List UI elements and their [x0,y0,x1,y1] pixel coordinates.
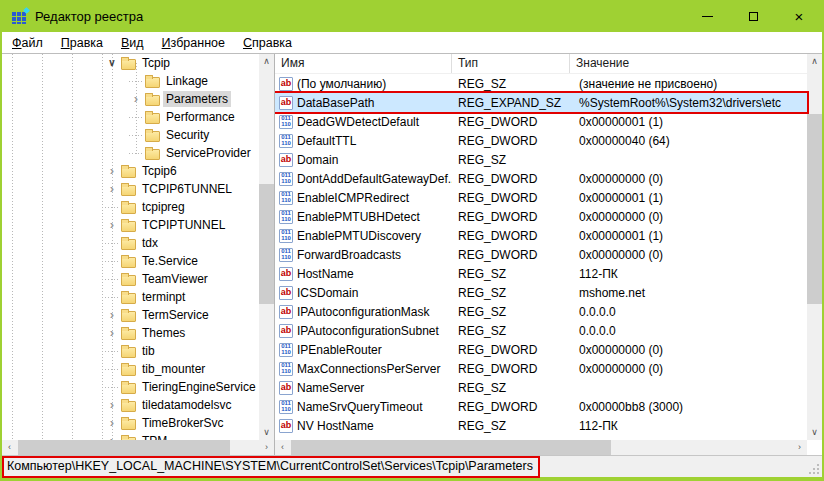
dword-value-icon: 011110 [279,343,293,357]
value-type: REG_DWORD [452,362,570,376]
value-type: REG_DWORD [452,191,570,205]
list-hscroll-thumb[interactable] [291,440,611,455]
tree-item-label: TPM [139,433,170,440]
registry-value-row[interactable]: abHostNameREG_SZ112-ПК [275,264,807,283]
menu-item[interactable]: Избранное [153,34,234,52]
chevron-down-icon[interactable]: ∨ [105,56,119,70]
string-value-icon: ab [279,419,293,433]
scroll-up-icon[interactable]: ∧ [259,54,274,69]
value-data: 0x00000bb8 (3000) [570,400,807,414]
folder-icon [145,95,160,106]
column-header-type[interactable]: Тип [452,54,570,73]
tree-item[interactable]: ›TimeBrokerSvc [2,414,259,432]
tree-item[interactable]: ∨Tcpip [2,54,259,72]
tree-item[interactable]: terminpt [2,288,259,306]
registry-value-row[interactable]: abIPAutoconfigurationSubnetREG_SZ0.0.0.0 [275,321,807,340]
tree-hscroll-thumb[interactable] [18,440,230,455]
registry-value-row[interactable]: 011110DefaultTTLREG_DWORD0x00000040 (64) [275,131,807,150]
chevron-right-icon[interactable]: › [105,182,119,196]
tree-item[interactable]: ›Parameters [2,90,259,108]
chevron-right-icon[interactable]: › [105,416,119,430]
tree-item[interactable]: Performance [2,108,259,126]
registry-value-row[interactable]: 011110ForwardBroadcastsREG_DWORD0x000000… [275,245,807,264]
value-name: DontAddDefaultGatewayDef... [297,172,452,186]
registry-value-row[interactable]: abICSDomainREG_SZmshome.net [275,283,807,302]
tree-item[interactable]: tcpipreg [2,198,259,216]
menu-item[interactable]: Правка [52,34,112,52]
value-name: ForwardBroadcasts [297,248,452,262]
maximize-button[interactable] [730,0,776,32]
registry-value-row[interactable]: abNameServerREG_SZ [275,378,807,397]
registry-value-row[interactable]: abDataBasePathREG_EXPAND_SZ%SystemRoot%\… [275,93,807,112]
registry-value-row[interactable]: 011110NameSrvQueryTimeoutREG_DWORD0x0000… [275,397,807,416]
tree-item[interactable]: tdx [2,234,259,252]
chevron-right-icon[interactable]: › [105,308,119,322]
window-title: Редактор реестра [35,9,143,24]
registry-value-row[interactable]: 011110EnableICMPRedirectREG_DWORD0x00000… [275,188,807,207]
tree-vertical-scrollbar[interactable]: ∧ ∨ [259,54,274,440]
list-vscroll-thumb[interactable] [807,114,822,304]
tree-item[interactable]: tib [2,342,259,360]
column-header-name[interactable]: Имя [275,54,452,73]
chevron-right-icon[interactable]: › [105,164,119,178]
folder-icon [121,239,136,250]
list-vertical-scrollbar[interactable]: ∧ ∨ [807,54,822,440]
menu-item[interactable]: Файл [3,34,52,52]
registry-value-row[interactable]: 011110DontAddDefaultGatewayDef...REG_DWO… [275,169,807,188]
scroll-right-icon[interactable]: › [792,440,807,455]
tree-item[interactable]: ›Tcpip6 [2,162,259,180]
string-value-icon: ab [279,324,293,338]
tree-connector [105,369,119,370]
tree-item[interactable]: TieringEngineService [2,378,259,396]
chevron-right-icon[interactable]: › [105,326,119,340]
scroll-up-icon[interactable]: ∧ [807,54,822,69]
resize-grip-icon[interactable] [817,472,819,474]
scroll-down-icon[interactable]: ∨ [807,425,822,440]
registry-value-row[interactable]: 011110IPEnableRouterREG_DWORD0x00000000 … [275,340,807,359]
tree-horizontal-scrollbar[interactable]: ‹ › [2,440,274,455]
list-header: Имя Тип Значение [275,54,807,74]
tree-item[interactable]: ›Themes [2,324,259,342]
tree-item[interactable]: ›TPM [2,432,259,440]
folder-icon [121,167,136,178]
tree-connector [129,135,143,136]
tree-item[interactable]: TeamViewer [2,270,259,288]
string-value-icon: ab [279,96,293,110]
tree-item[interactable]: ›TermService [2,306,259,324]
scroll-down-icon[interactable]: ∨ [259,425,274,440]
registry-value-row[interactable]: ab(По умолчанию)REG_SZ(значение не присв… [275,74,807,93]
chevron-right-icon[interactable]: › [105,218,119,232]
registry-value-row[interactable]: 011110EnablePMTUDiscoveryREG_DWORD0x0000… [275,226,807,245]
tree-item[interactable]: ServiceProvider [2,144,259,162]
close-button[interactable]: × [776,0,822,32]
tree-item[interactable]: tib_mounter [2,360,259,378]
value-type: REG_EXPAND_SZ [452,96,570,110]
tree-item[interactable]: ›TCPIPTUNNEL [2,216,259,234]
tree-vscroll-thumb[interactable] [259,184,274,304]
scroll-right-icon[interactable]: › [259,440,274,455]
tree-item[interactable]: Linkage [2,72,259,90]
registry-value-row[interactable]: abNV HostNameREG_SZ112-ПК [275,416,807,435]
tree-item-label: TeamViewer [139,271,211,287]
minimize-button[interactable] [684,0,730,32]
registry-value-row[interactable]: 011110EnablePMTUBHDetectREG_DWORD0x00000… [275,207,807,226]
tree-item[interactable]: Te.Service [2,252,259,270]
menu-item[interactable]: Вид [112,34,153,52]
value-type: REG_SZ [452,324,570,338]
registry-value-row[interactable]: abIPAutoconfigurationMaskREG_SZ0.0.0.0 [275,302,807,321]
tree-item[interactable]: ›tiledatamodelsvc [2,396,259,414]
scroll-left-icon[interactable]: ‹ [2,440,17,455]
scroll-left-icon[interactable]: ‹ [275,440,290,455]
tree-item-label: Parameters [163,91,231,107]
registry-value-row[interactable]: abDomainREG_SZ [275,150,807,169]
menu-item[interactable]: Справка [234,34,301,52]
value-name: EnableICMPRedirect [297,191,452,205]
registry-value-row[interactable]: 011110DeadGWDetectDefaultREG_DWORD0x0000… [275,112,807,131]
tree-item[interactable]: Security [2,126,259,144]
chevron-right-icon[interactable]: › [129,92,143,106]
registry-value-row[interactable]: 011110MaxConnectionsPerServerREG_DWORD0x… [275,359,807,378]
column-header-value[interactable]: Значение [570,54,807,73]
list-horizontal-scrollbar[interactable]: ‹ › [275,440,807,455]
chevron-right-icon[interactable]: › [105,398,119,412]
tree-item[interactable]: ›TCPIP6TUNNEL [2,180,259,198]
